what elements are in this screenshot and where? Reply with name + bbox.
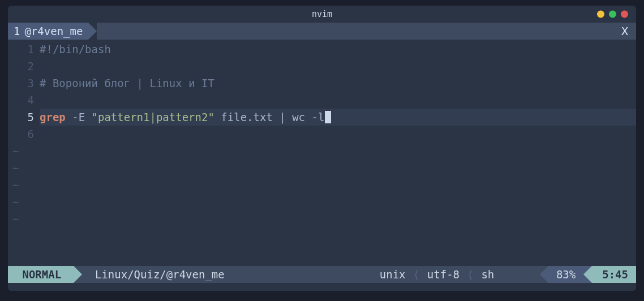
code-content[interactable]: grep -E "pattern1|pattern2" file.txt | w… [40, 109, 636, 126]
window-title: nvim [312, 9, 332, 19]
tabline-fill: X [97, 23, 636, 40]
file-encoding: utf-8 [427, 268, 460, 281]
code-content[interactable] [40, 58, 636, 75]
file-format: unix [380, 268, 406, 281]
minimize-icon[interactable] [597, 11, 604, 18]
close-icon[interactable] [621, 11, 628, 18]
line-number: 1 [8, 43, 40, 55]
mode-indicator: NORMAL [8, 266, 74, 283]
separator-icon [74, 266, 82, 283]
empty-line-tilde: ~ [8, 177, 636, 194]
status-fill [246, 266, 373, 283]
tab-1[interactable]: 1 @r4ven_me [8, 23, 88, 40]
empty-line-tilde: ~ [8, 210, 636, 227]
separator-icon [583, 266, 592, 283]
code-line[interactable]: 4 [8, 92, 636, 109]
code-token: grep [40, 111, 66, 123]
code-token: file.txt | wc -l [214, 111, 324, 123]
empty-line-tilde: ~ [8, 160, 636, 177]
line-number: 5 [8, 111, 40, 123]
code-token: # Вороний блог | Linux и IT [40, 77, 214, 89]
command-line-area[interactable] [8, 283, 636, 291]
code-content[interactable] [40, 126, 636, 143]
empty-line-tilde: ~ [8, 143, 636, 160]
code-token: -E [66, 111, 92, 123]
chevron-left-icon: ⟨ [406, 268, 427, 281]
tab-separator-icon [88, 23, 97, 40]
tab-index: 1 [14, 25, 20, 37]
scroll-percent: 83% [548, 266, 583, 283]
chevron-left-icon: ⟨ [460, 268, 481, 281]
cursor-icon [325, 111, 331, 123]
code-line[interactable]: 2 [8, 58, 636, 75]
code-line[interactable]: 3# Вороний блог | Linux и IT [8, 75, 636, 92]
titlebar: nvim [8, 6, 636, 23]
tab-label: @r4ven_me [24, 25, 83, 37]
separator-icon [540, 266, 548, 283]
line-number: 6 [8, 128, 40, 140]
code-token: #!/bin/bash [40, 43, 111, 55]
empty-line-tilde: ~ [8, 194, 636, 210]
line-number: 3 [8, 77, 40, 89]
separator-icon [238, 266, 246, 283]
file-type: sh [481, 268, 494, 281]
status-line: NORMAL Linux/Quiz/@r4ven_me unix ⟨ utf-8… [8, 266, 636, 283]
line-number: 2 [8, 60, 40, 72]
code-line[interactable]: 5grep -E "pattern1|pattern2" file.txt | … [8, 109, 636, 126]
editor-area[interactable]: 1#!/bin/bash23# Вороний блог | Linux и I… [8, 40, 636, 266]
code-line[interactable]: 6 [8, 126, 636, 143]
file-info: unix ⟨ utf-8 ⟨ sh [373, 266, 540, 283]
code-content[interactable] [40, 92, 636, 109]
code-token: "pattern1|pattern2" [92, 111, 214, 123]
maximize-icon[interactable] [609, 11, 616, 18]
code-content[interactable]: #!/bin/bash [40, 41, 636, 58]
tab-close-button[interactable]: X [621, 24, 628, 38]
window-controls [597, 11, 628, 18]
code-content[interactable]: # Вороний блог | Linux и IT [40, 75, 636, 92]
tab-bar: 1 @r4ven_me X [8, 23, 636, 40]
code-line[interactable]: 1#!/bin/bash [8, 41, 636, 58]
terminal-window: nvim 1 @r4ven_me X 1#!/bin/bash23# Ворон… [8, 6, 636, 291]
cursor-position: 5:45 [592, 266, 636, 283]
file-path: Linux/Quiz/@r4ven_me [82, 266, 238, 283]
line-number: 4 [8, 94, 40, 106]
